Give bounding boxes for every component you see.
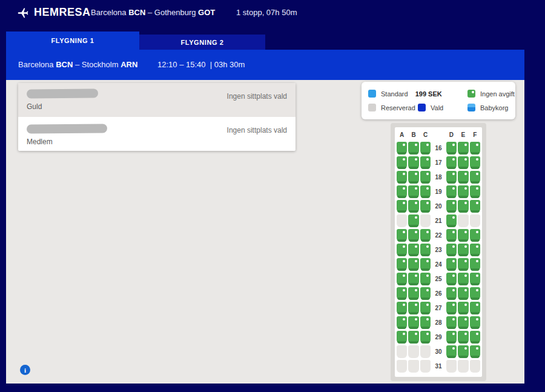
seat-30E[interactable] — [458, 345, 468, 358]
seat-16D[interactable] — [446, 142, 457, 154]
seat-27B[interactable] — [408, 302, 418, 314]
seat-24B[interactable] — [408, 258, 418, 271]
seat-27E[interactable] — [458, 302, 468, 314]
seat-16B[interactable] — [408, 142, 418, 154]
seat-22B[interactable] — [408, 229, 418, 242]
seat-27A[interactable] — [397, 302, 407, 314]
seat-25C[interactable] — [420, 273, 431, 285]
seat-22F[interactable] — [470, 229, 480, 242]
tab-label: FLYGNING 1 — [51, 37, 94, 44]
seat-23B[interactable] — [408, 244, 418, 256]
seat-28A[interactable] — [397, 316, 407, 329]
seat-28B[interactable] — [408, 316, 418, 329]
seat-23D[interactable] — [446, 244, 457, 256]
seat-18F[interactable] — [470, 171, 480, 184]
seat-18A[interactable] — [397, 171, 407, 184]
seat-row: 17 — [396, 155, 481, 170]
seat-22E[interactable] — [458, 229, 468, 242]
seat-22D[interactable] — [446, 229, 457, 242]
seat-22A[interactable] — [397, 229, 407, 242]
seat-17B[interactable] — [408, 156, 418, 169]
seat-18B[interactable] — [408, 171, 418, 184]
seat-20F[interactable] — [470, 200, 480, 213]
legend-item-bassinet: Babykorg — [467, 104, 508, 111]
passenger-row-2[interactable]: Medlem Ingen sittplats vald — [18, 117, 296, 151]
seat-29E[interactable] — [458, 331, 468, 344]
seat-20D[interactable] — [446, 200, 457, 213]
seat-17F[interactable] — [470, 156, 480, 169]
seat-17C[interactable] — [420, 156, 431, 169]
seat-24A[interactable] — [397, 258, 407, 271]
passenger-row-1[interactable]: Guld Ingen sittplats vald — [18, 83, 296, 117]
seat-19B[interactable] — [408, 185, 418, 198]
seat-26E[interactable] — [458, 287, 468, 300]
seat-19D[interactable] — [446, 185, 457, 198]
seat-17A[interactable] — [397, 156, 407, 169]
seat-21D[interactable] — [446, 214, 457, 227]
seat-29A[interactable] — [397, 331, 407, 344]
seat-28D[interactable] — [446, 316, 457, 329]
seat-24C[interactable] — [420, 258, 431, 271]
seat-19E[interactable] — [458, 185, 468, 198]
seat-25E[interactable] — [458, 273, 468, 285]
seat-16C[interactable] — [420, 142, 431, 154]
tab-flygning-2[interactable]: FLYGNING 2 — [139, 35, 265, 50]
seat-18D[interactable] — [446, 171, 457, 184]
seat-29C[interactable] — [420, 331, 431, 344]
seat-22C[interactable] — [420, 229, 431, 242]
seat-17E[interactable] — [458, 156, 468, 169]
seat-23F[interactable] — [470, 244, 480, 256]
seat-18E[interactable] — [458, 171, 468, 184]
seat-29F[interactable] — [470, 331, 480, 344]
seat-26B[interactable] — [408, 287, 418, 300]
seat-30D[interactable] — [446, 345, 457, 358]
seat-28E[interactable] — [458, 316, 468, 329]
seat-16E[interactable] — [458, 142, 468, 154]
seat-17D[interactable] — [446, 156, 457, 169]
legend-item-standard: Standard 199 SEK — [368, 90, 467, 98]
seat-27F[interactable] — [470, 302, 480, 314]
seat-19A[interactable] — [397, 185, 407, 198]
seat-16A[interactable] — [397, 142, 407, 154]
seat-26A[interactable] — [397, 287, 407, 300]
seat-23A[interactable] — [397, 244, 407, 256]
seat-row: 30 — [396, 344, 481, 359]
seat-20A[interactable] — [397, 200, 407, 213]
seat-26F[interactable] — [470, 287, 480, 300]
seat-16F[interactable] — [470, 142, 480, 154]
selected-seat-icon — [418, 104, 426, 111]
seat-map-cabin: ABCDEF 16171819202122232425262728293031 — [395, 127, 482, 377]
seat-28F[interactable] — [470, 316, 480, 329]
info-icon[interactable]: i — [20, 365, 30, 375]
seat-20B[interactable] — [408, 200, 418, 213]
seat-18C[interactable] — [420, 171, 431, 184]
tab-flygning-1[interactable]: FLYGNING 1 — [6, 32, 139, 50]
seat-24E[interactable] — [458, 258, 468, 271]
seat-25B[interactable] — [408, 273, 418, 285]
seat-28C[interactable] — [420, 316, 431, 329]
seat-20E[interactable] — [458, 200, 468, 213]
seat-24F[interactable] — [470, 258, 480, 271]
seat-23C[interactable] — [420, 244, 431, 256]
seat-21B[interactable] — [408, 214, 418, 227]
seat-23E[interactable] — [458, 244, 468, 256]
seat-27D[interactable] — [446, 302, 457, 314]
seat-27C[interactable] — [420, 302, 431, 314]
seat-29B[interactable] — [408, 331, 418, 344]
seat-row: 23 — [396, 242, 481, 257]
seat-30F[interactable] — [470, 345, 480, 358]
seat-29D[interactable] — [446, 331, 457, 344]
seat-25F[interactable] — [470, 273, 480, 285]
seat-25A[interactable] — [397, 273, 407, 285]
seat-20C[interactable] — [420, 200, 431, 213]
seat-25D[interactable] — [446, 273, 457, 285]
seat-24D[interactable] — [446, 258, 457, 271]
route-to-code: GOT — [198, 8, 215, 17]
seat-21C — [420, 214, 431, 227]
seat-19F[interactable] — [470, 185, 480, 198]
seat-26D[interactable] — [446, 287, 457, 300]
seat-row: 18 — [396, 170, 481, 184]
seat-19C[interactable] — [420, 185, 431, 198]
seat-26C[interactable] — [420, 287, 431, 300]
row-number: 29 — [431, 334, 445, 341]
